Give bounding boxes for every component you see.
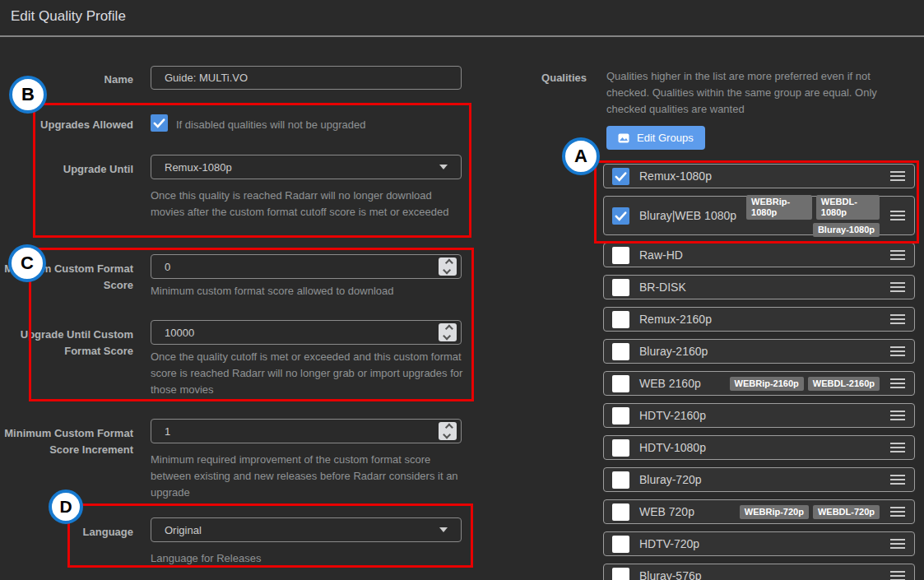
drag-handle-icon[interactable] <box>889 210 906 221</box>
spinner-down-icon <box>443 431 451 439</box>
drag-handle-icon[interactable] <box>889 346 906 357</box>
upgrade-until-score-label: Upgrade Until Custom Format Score <box>0 327 133 360</box>
quality-checkbox[interactable] <box>612 279 629 296</box>
upgrade-until-score-spinner[interactable] <box>439 323 457 341</box>
upgrade-until-value: Remux-1080p <box>165 161 232 174</box>
quality-item: HDTV-2160p <box>603 403 915 428</box>
quality-checkbox[interactable] <box>612 568 629 580</box>
quality-list: Remux-1080pBluray|WEB 1080pWEBRip-1080pW… <box>603 164 915 580</box>
quality-item-label: Remux-1080p <box>639 169 712 183</box>
quality-checkbox[interactable] <box>612 375 629 392</box>
edit-groups-label: Edit Groups <box>637 132 694 144</box>
quality-item: WEB 2160pWEBRip-2160pWEBDL-2160p <box>603 371 915 396</box>
min-increment-label: Minimum Custom Format Score Increment <box>0 425 133 458</box>
upgrade-until-select[interactable]: Remux-1080p <box>151 155 462 179</box>
quality-item: Remux-2160p <box>603 307 915 332</box>
quality-item: Bluray|WEB 1080pWEBRip-1080pWEBDL-1080pB… <box>603 196 915 235</box>
language-help: Language for Releases <box>151 550 261 567</box>
drag-handle-icon[interactable] <box>889 249 906 261</box>
annotation-circle-d: D <box>49 490 83 524</box>
language-label: Language <box>0 524 133 541</box>
upgrades-allowed-label: Upgrades Allowed <box>0 117 133 133</box>
quality-badge: WEBRip-2160p <box>730 377 804 391</box>
name-label: Name <box>0 72 133 88</box>
quality-checkbox[interactable] <box>612 536 629 553</box>
language-value: Original <box>165 524 202 536</box>
quality-item-label: Bluray-720p <box>639 473 702 486</box>
spinner-down-icon <box>443 267 451 275</box>
edit-quality-profile-modal: Edit Quality Profile Name Upgrades Allow… <box>0 0 924 580</box>
drag-handle-icon[interactable] <box>889 506 906 517</box>
quality-item-label: HDTV-1080p <box>639 441 706 454</box>
drag-handle-icon[interactable] <box>889 538 906 550</box>
quality-item: Bluray-576p <box>603 564 915 580</box>
quality-badge: Bluray-1080p <box>813 223 880 237</box>
quality-checkbox[interactable] <box>612 247 629 264</box>
upgrade-until-score-help: Once the quality cutoff is met or exceed… <box>151 349 465 398</box>
quality-item-label: WEB 720p <box>639 505 694 518</box>
drag-handle-icon[interactable] <box>889 442 906 453</box>
upgrade-until-score-input[interactable] <box>151 320 462 345</box>
quality-checkbox[interactable] <box>612 343 629 360</box>
quality-item-label: WEB 2160p <box>639 377 701 390</box>
quality-badge: WEBRip-1080p <box>746 195 812 220</box>
min-format-score-spinner[interactable] <box>439 258 457 276</box>
quality-item: WEB 720pWEBRip-720pWEBDL-720p <box>603 499 915 524</box>
upgrade-until-help: Once this quality is reached Radarr will… <box>151 188 463 220</box>
quality-item: Remux-1080p <box>603 164 915 188</box>
quality-item-label: Remux-2160p <box>639 313 712 326</box>
quality-checkbox[interactable] <box>612 168 629 185</box>
drag-handle-icon[interactable] <box>889 313 906 325</box>
quality-item: Bluray-720p <box>603 467 915 492</box>
check-icon <box>151 114 168 132</box>
drag-handle-icon[interactable] <box>889 410 906 421</box>
edit-groups-button[interactable]: Edit Groups <box>606 126 705 150</box>
min-format-score-input[interactable] <box>151 254 462 279</box>
quality-item: Raw-HD <box>603 243 915 267</box>
quality-checkbox[interactable] <box>612 407 629 425</box>
quality-checkbox[interactable] <box>612 471 629 489</box>
upgrades-allowed-help: If disabled qualities will not be upgrad… <box>176 117 366 133</box>
quality-item: HDTV-720p <box>603 531 915 556</box>
quality-item-label: Bluray|WEB 1080p <box>639 209 736 222</box>
quality-item-label: Bluray-2160p <box>639 345 708 358</box>
name-input[interactable] <box>151 66 462 90</box>
language-select[interactable]: Original <box>151 517 462 542</box>
chevron-down-icon <box>439 165 448 169</box>
spinner-down-icon <box>443 332 451 341</box>
quality-item-label: HDTV-2160p <box>639 409 706 422</box>
drag-handle-icon[interactable] <box>889 281 906 293</box>
quality-checkbox[interactable] <box>612 311 629 328</box>
min-format-score-help: Minimum custom format score allowed to d… <box>151 283 471 299</box>
min-format-score-label: Minimum Custom Format Score <box>0 261 133 294</box>
page-title: Edit Quality Profile <box>11 8 126 25</box>
drag-handle-icon[interactable] <box>889 170 906 182</box>
min-increment-spinner[interactable] <box>439 422 457 440</box>
quality-checkbox[interactable] <box>612 207 629 225</box>
quality-item: HDTV-1080p <box>603 435 915 460</box>
qualities-help: Qualities higher in the list are more pr… <box>606 68 901 118</box>
modal-header: Edit Quality Profile <box>0 0 924 37</box>
drag-handle-icon[interactable] <box>889 474 906 485</box>
annotation-circle-a: A <box>562 137 600 175</box>
qualities-label: Qualities <box>494 72 587 84</box>
chevron-down-icon <box>439 527 448 532</box>
drag-handle-icon[interactable] <box>889 378 906 389</box>
quality-checkbox[interactable] <box>612 439 629 457</box>
check-icon <box>612 168 629 185</box>
min-increment-input[interactable] <box>151 419 462 443</box>
quality-badge: WEBDL-720p <box>813 505 880 519</box>
quality-item-label: Raw-HD <box>639 248 683 262</box>
edit-groups-icon <box>618 133 629 143</box>
quality-item: Bluray-2160p <box>603 339 915 364</box>
quality-item-label: HDTV-720p <box>639 537 699 550</box>
quality-item: BR-DISK <box>603 275 915 299</box>
drag-handle-icon[interactable] <box>889 570 906 580</box>
quality-checkbox[interactable] <box>612 503 629 521</box>
upgrades-allowed-checkbox[interactable] <box>151 114 168 132</box>
quality-badge: WEBRip-720p <box>740 505 809 519</box>
check-icon <box>612 207 629 225</box>
min-increment-help: Minimum required improvement of the cust… <box>151 452 473 501</box>
quality-badge: WEBDL-2160p <box>808 377 880 391</box>
quality-item-label: BR-DISK <box>639 281 686 294</box>
